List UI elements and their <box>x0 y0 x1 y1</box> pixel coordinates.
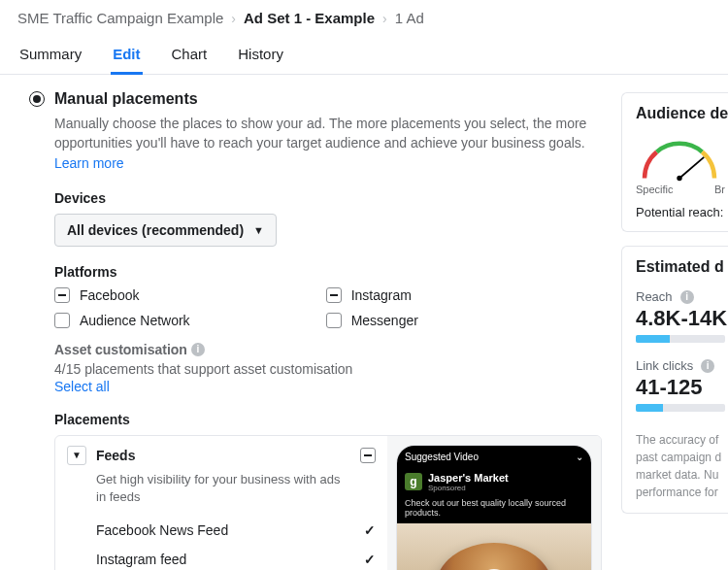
clicks-bar <box>636 404 725 412</box>
breadcrumb-adset[interactable]: Ad Set 1 - Example <box>244 10 375 26</box>
chevron-down-icon: ⌄ <box>576 452 583 462</box>
preview-tagline: Check out our best quality locally sourc… <box>397 498 591 523</box>
estimated-results-card: Estimated d Reach i 4.8K-14K Link clicks… <box>621 246 728 514</box>
disclaimer-text: The accuracy of past campaign d market d… <box>636 431 728 501</box>
clicks-value: 41-125 <box>636 375 728 400</box>
reach-value: 4.8K-14K <box>636 306 728 331</box>
reach-bar <box>636 335 725 343</box>
placements-box: ▼ Feeds Get high visibility for your bus… <box>54 435 602 570</box>
breadcrumb-ads[interactable]: 1 Ad <box>395 10 424 26</box>
platform-facebook: Facebook <box>80 287 139 303</box>
preview-brand: Jasper's Market <box>428 472 509 484</box>
svg-point-1 <box>677 176 681 181</box>
platform-audience-network: Audience Network <box>80 313 190 328</box>
placements-label: Placements <box>54 412 602 427</box>
info-icon[interactable]: i <box>191 343 205 356</box>
chevron-right-icon: › <box>231 11 236 26</box>
preview-sponsored: Sponsored <box>428 484 509 492</box>
breadcrumb-campaign[interactable]: SME Traffic Campaign Example <box>17 10 223 26</box>
info-icon[interactable]: i <box>701 359 714 373</box>
learn-more-link[interactable]: Learn more <box>54 155 124 171</box>
asset-customisation-support: 4/15 placements that support asset custo… <box>54 361 602 377</box>
preview-suggested-label: Suggested Video <box>405 452 479 462</box>
check-icon[interactable]: ✓ <box>364 552 376 567</box>
audience-gauge <box>636 134 723 178</box>
radio-manual-placements[interactable] <box>29 91 45 107</box>
tab-summary[interactable]: Summary <box>17 38 83 74</box>
breadcrumb: SME Traffic Campaign Example › Ad Set 1 … <box>0 0 728 30</box>
checkbox-instagram[interactable] <box>326 287 342 303</box>
placement-fb-news-feed[interactable]: Facebook News Feed <box>96 522 228 538</box>
svg-line-0 <box>679 157 704 179</box>
tab-edit[interactable]: Edit <box>111 38 142 75</box>
tab-history[interactable]: History <box>236 38 285 74</box>
placement-instagram-feed[interactable]: Instagram feed <box>96 552 186 567</box>
manual-placements-desc: Manually choose the places to show your … <box>54 114 598 173</box>
caret-down-icon: ▼ <box>253 224 264 236</box>
devices-dropdown[interactable]: All devices (recommended) ▼ <box>54 214 277 247</box>
feeds-title: Feeds <box>96 448 135 463</box>
audience-card-title: Audience de <box>636 105 728 122</box>
checkbox-audience-network[interactable] <box>54 313 70 328</box>
placement-preview: Suggested Video ⌄ g Jasper's Market Spon… <box>387 436 601 570</box>
devices-label: Devices <box>54 190 602 206</box>
tabs: Summary Edit Chart History <box>0 30 728 75</box>
chevron-right-icon: › <box>382 11 387 26</box>
phone-mockup: Suggested Video ⌄ g Jasper's Market Spon… <box>397 446 591 570</box>
devices-dropdown-value: All devices (recommended) <box>67 222 244 238</box>
audience-definition-card: Audience de Specific Br Potential reach: <box>621 92 728 232</box>
asset-customisation-label: Asset customisation i <box>54 342 602 357</box>
tab-chart[interactable]: Chart <box>170 38 210 74</box>
clicks-label: Link clicks <box>636 358 693 373</box>
brand-logo-icon: g <box>405 473 422 490</box>
platform-messenger: Messenger <box>351 313 418 328</box>
checkbox-facebook[interactable] <box>54 287 70 303</box>
preview-image <box>397 523 591 570</box>
estimated-card-title: Estimated d <box>636 258 728 276</box>
platform-instagram: Instagram <box>351 287 412 303</box>
checkbox-messenger[interactable] <box>326 313 342 328</box>
check-icon[interactable]: ✓ <box>364 522 376 538</box>
checkbox-feeds-all[interactable] <box>360 448 376 463</box>
info-icon[interactable]: i <box>680 290 694 304</box>
collapse-feeds-button[interactable]: ▼ <box>67 446 86 465</box>
feeds-desc: Get high visibility for your business wi… <box>96 471 348 506</box>
manual-placements-title: Manual placements <box>54 90 198 108</box>
reach-label: Reach <box>636 289 673 304</box>
select-all-link[interactable]: Select all <box>54 379 602 394</box>
potential-reach: Potential reach: <box>636 205 728 219</box>
platforms-label: Platforms <box>54 264 602 280</box>
